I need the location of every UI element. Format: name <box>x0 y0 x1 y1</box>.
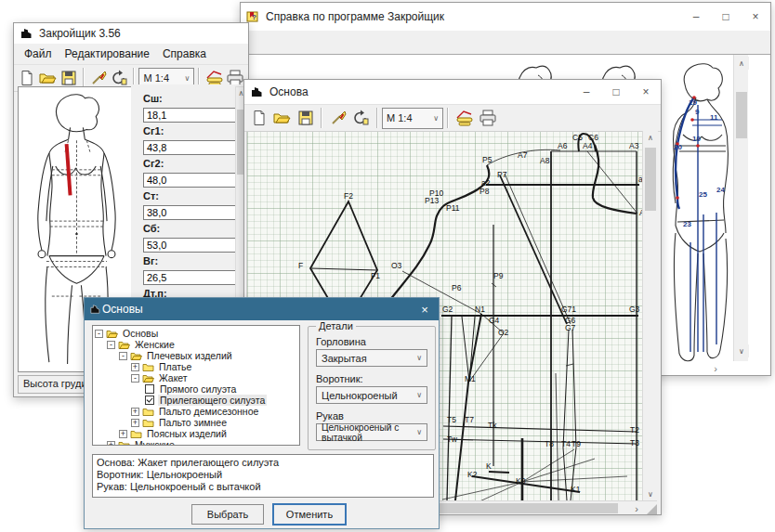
collapse-icon[interactable]: - <box>119 352 127 360</box>
svg-text:F: F <box>298 261 303 270</box>
tree-item-label: Пальто демисезонное <box>157 406 260 417</box>
checkbox-unchecked[interactable] <box>145 384 154 394</box>
svg-text:F1: F1 <box>371 271 380 280</box>
svg-text:T3: T3 <box>630 438 639 448</box>
main-titlebar[interactable]: Закройщик 3.56 <box>14 23 248 44</box>
tree-item-palto-demi[interactable]: +Пальто демисезонное <box>93 406 299 417</box>
osnova-maximize-button[interactable]: □ <box>601 80 631 104</box>
collapse-icon[interactable]: - <box>95 330 103 338</box>
meas-input-sg2[interactable] <box>143 173 240 188</box>
collapse-icon[interactable]: - <box>107 341 115 349</box>
tree-item-platye[interactable]: +Платье <box>93 361 299 372</box>
neckline-label: Горловина <box>316 336 366 347</box>
chevron-down-icon: ∨ <box>416 354 422 362</box>
help-close-button[interactable]: × <box>741 3 770 31</box>
svg-text:Tw: Tw <box>447 435 458 444</box>
save-button[interactable] <box>294 107 317 129</box>
svg-text:K2: K2 <box>467 470 478 479</box>
expand-icon[interactable]: + <box>131 408 139 416</box>
summary-collar: Воротник: Цельнокроеный <box>97 469 429 481</box>
tree-item-plechevyh[interactable]: -Плечевых изделий <box>93 350 299 361</box>
tree-item-poyasnyh[interactable]: +Поясных изделий <box>93 428 299 439</box>
sleeve-select[interactable]: Цельнокроеный с вытачкой ∨ <box>316 423 427 441</box>
neckline-select[interactable]: Закрытая ∨ <box>316 349 427 367</box>
refresh-button[interactable] <box>349 107 373 129</box>
app-icon <box>250 85 265 98</box>
meas-input-vg[interactable] <box>143 270 240 285</box>
collar-select[interactable]: Цельнокроеный ∨ <box>316 386 427 404</box>
osnova-scroll-up-button[interactable]: ∧ <box>643 131 658 144</box>
cancel-button[interactable]: Отменить <box>273 504 346 525</box>
help-minimize-button[interactable]: – <box>681 3 711 31</box>
menu-file[interactable]: Файл <box>18 45 59 62</box>
svg-text:P8: P8 <box>479 187 490 196</box>
tree-item-muzhskie[interactable]: +Мужские <box>93 439 299 446</box>
svg-text:A3: A3 <box>629 141 639 150</box>
expand-icon[interactable]: + <box>107 441 115 447</box>
resize-grip[interactable] <box>647 504 657 514</box>
menu-help[interactable]: Справка <box>156 45 213 62</box>
help-maximize-button[interactable]: □ <box>711 3 741 31</box>
tree-item-palto-zimnee[interactable]: +Пальто зимнее <box>93 417 299 428</box>
expand-icon[interactable]: + <box>119 430 127 438</box>
chevron-down-icon: ∨ <box>433 114 439 123</box>
osnova-titlebar[interactable]: Основа – □ × <box>244 80 661 104</box>
tree-item-prilegayushchego[interactable]: Прилегающего силуэта <box>93 395 299 406</box>
tree-item-pryamogo[interactable]: Прямого силуэта <box>93 383 299 395</box>
svg-text:O2: O2 <box>498 328 509 337</box>
scale-select[interactable]: М 1:4 ∨ <box>382 108 443 129</box>
dialog-titlebar[interactable]: Основы × <box>85 298 439 320</box>
tree-item-label: Основы <box>121 328 160 339</box>
details-group: Детали Горловина Закрытая ∨ Воротник: Це… <box>308 326 436 450</box>
svg-text:G2: G2 <box>442 305 453 314</box>
new-button[interactable] <box>247 107 270 129</box>
osnova-scroll-right-button[interactable]: › <box>629 502 644 514</box>
tree-item-label: Мужские <box>133 439 177 446</box>
expand-icon[interactable]: + <box>131 363 139 371</box>
open-folder-icon <box>130 351 142 361</box>
help-vscrollbar[interactable]: ∧ ∨ <box>733 55 748 361</box>
tree-item-zhaket[interactable]: -Жакет <box>93 372 299 383</box>
meas-input-st[interactable] <box>143 205 240 220</box>
chevron-down-icon: ∨ <box>416 428 422 436</box>
sewing-machine-button[interactable] <box>453 107 476 129</box>
meas-input-ssh[interactable] <box>143 108 240 123</box>
svg-text:O3: O3 <box>391 261 402 270</box>
svg-text:K1: K1 <box>571 485 581 494</box>
svg-text:A8: A8 <box>540 156 550 165</box>
meas-label: Сш: <box>143 93 236 104</box>
tree-item-zhenskie[interactable]: -Женские <box>93 339 299 350</box>
help-scroll-right-button[interactable]: › <box>709 363 722 374</box>
tree-item-label: Плечевых изделий <box>145 350 234 361</box>
clean-button[interactable] <box>326 107 349 129</box>
osnova-vscrollbar[interactable]: ∧ ∨ <box>642 131 657 500</box>
help-scroll-down-button[interactable]: ∨ <box>734 344 749 357</box>
open-folder-icon <box>118 340 130 350</box>
svg-text:25: 25 <box>699 190 707 199</box>
checkbox-checked[interactable] <box>145 396 154 405</box>
meas-input-sg1[interactable] <box>143 140 240 155</box>
expand-icon[interactable]: + <box>131 419 139 427</box>
svg-text:G7: G7 <box>565 323 576 332</box>
print-button[interactable] <box>476 107 499 129</box>
scale-value: М 1:4 <box>387 112 413 123</box>
osnova-scroll-down-button[interactable]: ∨ <box>643 487 658 500</box>
osnova-window-title: Основа <box>269 85 309 98</box>
help-scroll-up-button[interactable]: ∧ <box>734 57 749 70</box>
help-titlebar[interactable]: ? Справка по программе Закройщик – □ × <box>241 3 770 31</box>
menu-edit[interactable]: Редактирование <box>59 45 156 62</box>
osnova-minimize-button[interactable]: – <box>571 80 601 104</box>
meas-input-sb[interactable] <box>143 238 240 253</box>
svg-text:G71: G71 <box>561 305 576 314</box>
collar-label: Воротник: <box>316 373 363 384</box>
tree-item-osnovy[interactable]: -Основы <box>93 328 299 339</box>
summary-sleeve: Рукав: Цельнокроеный с вытачкой <box>97 481 429 493</box>
collapse-icon[interactable]: - <box>131 374 139 383</box>
osnova-close-button[interactable]: × <box>631 80 661 104</box>
tree-item-label: Прилегающего силуэта <box>158 395 267 406</box>
select-button[interactable]: Выбрать <box>191 504 264 525</box>
svg-text:G4: G4 <box>489 316 500 325</box>
dialog-close-button[interactable]: × <box>411 298 439 320</box>
open-button[interactable] <box>270 107 294 129</box>
bases-tree: -Основы -Женские -Плечевых изделий +Плат… <box>92 325 300 446</box>
